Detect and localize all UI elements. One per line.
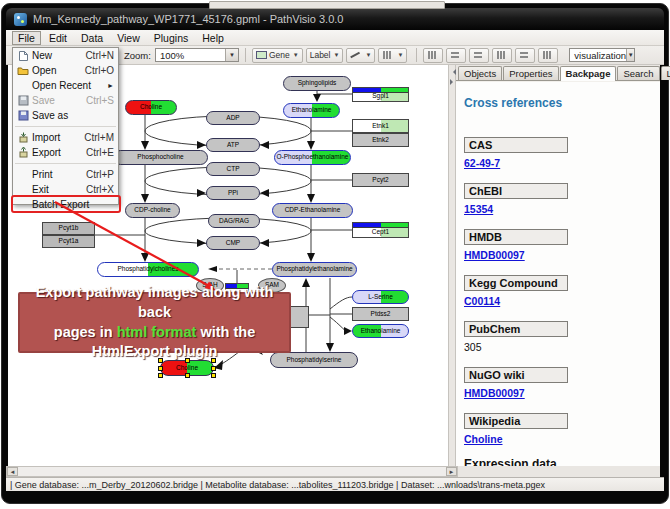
add-gene-button[interactable]: Gene ▼ bbox=[252, 48, 303, 63]
window-title: Mm_Kennedy_pathway_WP1771_45176.gpml - P… bbox=[33, 13, 343, 25]
line-tool-button[interactable]: ▼ bbox=[346, 48, 375, 63]
app-icon bbox=[14, 13, 27, 26]
scrollbar-thumb[interactable] bbox=[209, 1, 445, 9]
stack-horizontal-icon bbox=[542, 51, 552, 59]
menu-data[interactable]: Data bbox=[75, 31, 109, 45]
chevron-down-icon[interactable]: ▼ bbox=[626, 49, 634, 61]
file-menu-item-new[interactable]: NewCtrl+N bbox=[13, 48, 118, 63]
datanode-icon bbox=[256, 51, 267, 59]
node-ppi[interactable]: PPi bbox=[206, 186, 260, 200]
xref-link[interactable]: HMDB00097 bbox=[464, 249, 650, 261]
node-pcyt1a[interactable]: Pcyt1a bbox=[42, 235, 95, 248]
stack-vertical-button[interactable] bbox=[515, 48, 535, 63]
node-phosphatidylethanolamine[interactable]: Phosphatidylethanolamine bbox=[272, 262, 357, 277]
stack-horizontal-button[interactable] bbox=[538, 48, 558, 63]
open-icon bbox=[15, 66, 31, 76]
file-menu-item-exit[interactable]: ExitCtrl+X bbox=[13, 182, 118, 197]
xref-link[interactable]: HMDB00097 bbox=[464, 387, 650, 399]
node-phosphatidylcholines[interactable]: Phosphatidylcholines bbox=[97, 262, 199, 277]
node-sphingolipids[interactable]: Sphingolipids bbox=[283, 76, 351, 91]
align-middle-button[interactable] bbox=[446, 48, 466, 63]
tab-legend[interactable]: Legend bbox=[661, 66, 670, 80]
menu-edit[interactable]: Edit bbox=[43, 31, 73, 45]
menu-bar: FileEditDataViewPluginsHelp bbox=[6, 30, 664, 46]
node-choline-selected[interactable]: Choline bbox=[160, 360, 214, 376]
align-center-button[interactable] bbox=[423, 48, 443, 63]
common-width-button[interactable] bbox=[469, 48, 489, 63]
menu-plugins[interactable]: Plugins bbox=[148, 31, 194, 45]
tab-search[interactable]: Search bbox=[617, 66, 659, 80]
file-menu-popup: NewCtrl+NOpenCtrl+OOpen Recent►SaveCtrl+… bbox=[12, 47, 119, 205]
node-etnk1[interactable]: Etnk1 bbox=[352, 119, 409, 133]
menu-file[interactable]: File bbox=[12, 31, 41, 45]
selection-handle[interactable] bbox=[158, 373, 163, 378]
node-etnk2[interactable]: Etnk2 bbox=[352, 133, 409, 147]
node-ethanolamine-bottom[interactable]: Ethanolamine bbox=[352, 324, 409, 338]
chevron-down-icon: ▼ bbox=[334, 52, 340, 58]
selection-handle[interactable] bbox=[211, 373, 216, 378]
common-height-button[interactable] bbox=[492, 48, 512, 63]
node-atp[interactable]: ATP bbox=[206, 138, 260, 152]
node-adp[interactable]: ADP bbox=[206, 111, 260, 125]
file-menu-item-open[interactable]: OpenCtrl+O bbox=[13, 63, 118, 78]
common-height-icon bbox=[496, 51, 506, 59]
side-panel: ObjectsPropertiesBackpageSearchLegend Cr… bbox=[456, 65, 660, 466]
xref-section-kegg-compound: Kegg CompoundC00114 bbox=[464, 273, 650, 307]
file-menu-item-export[interactable]: ExportCtrl+E bbox=[13, 145, 118, 160]
menu-help[interactable]: Help bbox=[196, 31, 230, 45]
file-menu-item-print[interactable]: PrintCtrl+P bbox=[13, 167, 118, 182]
node-cdp-choline[interactable]: CDP-choline bbox=[125, 203, 180, 218]
xref-source-header: CAS bbox=[464, 137, 568, 153]
xref-link[interactable]: 15354 bbox=[464, 203, 650, 215]
align-center-icon bbox=[427, 51, 437, 59]
node-cdp-ethanolamine[interactable]: CDP-Ethanolamine bbox=[272, 203, 353, 218]
zoom-combobox[interactable]: 100% ▼ bbox=[155, 48, 239, 62]
scroll-left-icon[interactable]: ◄ bbox=[7, 467, 18, 476]
node-ptdss2[interactable]: Ptdss2 bbox=[352, 307, 409, 321]
xref-link[interactable]: Choline bbox=[464, 433, 650, 445]
file-menu-item-batch-export[interactable]: Batch Export bbox=[13, 197, 118, 212]
node-o-phosphoethanolamine[interactable]: O-Phosphoethanolamine bbox=[274, 150, 351, 165]
xref-source-header: NuGO wiki bbox=[464, 367, 568, 383]
annotation-line-3: HtmlExport plugin bbox=[20, 342, 289, 362]
connector-tool-button[interactable]: ▼ bbox=[378, 48, 407, 63]
node-cmp[interactable]: CMP bbox=[206, 236, 260, 250]
tab-objects[interactable]: Objects bbox=[458, 66, 502, 80]
export-icon bbox=[15, 147, 31, 158]
backpage-content: Cross references CAS62-49-7ChEBI15354HMD… bbox=[456, 82, 660, 466]
xref-section-hmdb: HMDBHMDB00097 bbox=[464, 227, 650, 261]
node-cept1[interactable]: Cept1 bbox=[352, 222, 409, 238]
annotation-highlight: html format bbox=[117, 324, 197, 340]
menu-separator bbox=[15, 123, 116, 127]
selection-handle[interactable] bbox=[158, 366, 163, 371]
file-menu-item-save-as[interactable]: Save as bbox=[13, 108, 118, 123]
selection-handle[interactable] bbox=[185, 373, 190, 378]
tab-backpage[interactable]: Backpage bbox=[560, 66, 617, 81]
xref-link[interactable]: C00114 bbox=[464, 295, 650, 307]
visualization-combobox[interactable]: visualization ▼ bbox=[569, 48, 635, 62]
node-l-serine[interactable]: L-Serine bbox=[352, 290, 409, 304]
tab-properties[interactable]: Properties bbox=[503, 66, 558, 80]
menu-view[interactable]: View bbox=[111, 31, 146, 45]
file-menu-item-import[interactable]: ImportCtrl+M bbox=[13, 130, 118, 145]
split-pane-divider[interactable] bbox=[448, 65, 456, 466]
file-menu-item-open-recent[interactable]: Open Recent► bbox=[13, 78, 118, 93]
title-bar[interactable]: Mm_Kennedy_pathway_WP1771_45176.gpml - P… bbox=[6, 8, 664, 30]
side-panel-tabs: ObjectsPropertiesBackpageSearchLegend bbox=[456, 65, 660, 81]
new-icon bbox=[15, 50, 31, 62]
node-ctp[interactable]: CTP bbox=[206, 162, 260, 176]
node-pcyt1b[interactable]: Pcyt1b bbox=[42, 222, 95, 235]
node-pcyt2[interactable]: Pcyt2 bbox=[352, 173, 409, 187]
horizontal-scrollbar[interactable]: ◄ ► bbox=[6, 466, 458, 477]
scroll-right-icon[interactable]: ► bbox=[446, 467, 457, 476]
xref-link[interactable]: 62-49-7 bbox=[464, 157, 650, 169]
node-dag-rag[interactable]: DAG/RAG bbox=[208, 214, 260, 228]
chevron-down-icon[interactable]: ▼ bbox=[225, 49, 238, 61]
selection-handle[interactable] bbox=[211, 366, 216, 371]
node-phosphocholine[interactable]: Phosphocholine bbox=[113, 150, 208, 165]
node-choline-top[interactable]: Choline bbox=[125, 100, 177, 115]
node-sgpl1[interactable]: Sgpl1 bbox=[352, 87, 409, 102]
add-label-button[interactable]: Label ▼ bbox=[306, 48, 344, 63]
pathvisio-window: Mm_Kennedy_pathway_WP1771_45176.gpml - P… bbox=[0, 0, 670, 509]
node-ethanolamine-top[interactable]: Ethanolamine bbox=[283, 103, 340, 118]
